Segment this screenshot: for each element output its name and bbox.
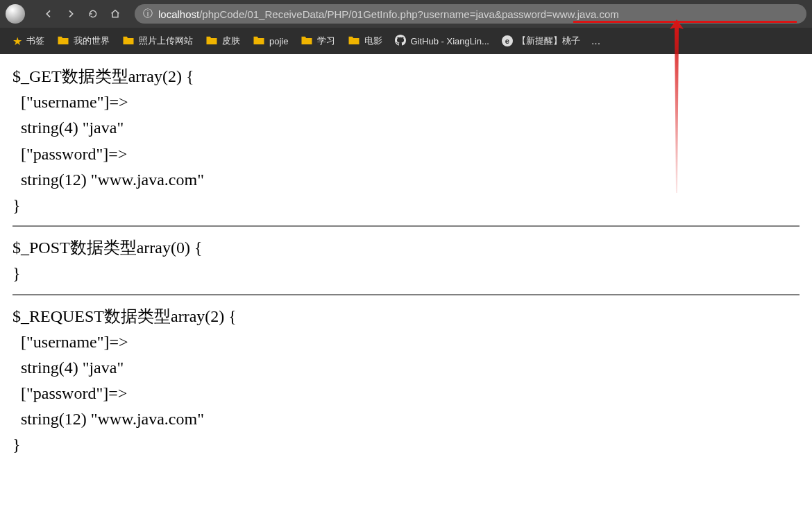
bookmark-label: 照片上传网站 — [139, 35, 193, 47]
bookmark-label: 皮肤 — [222, 35, 240, 47]
bookmark-item-github[interactable]: GitHub - XiangLin... — [389, 32, 494, 51]
site-info-icon[interactable]: ⓘ — [143, 8, 153, 20]
folder-icon — [122, 35, 135, 48]
annotation-underline — [573, 21, 797, 23]
back-button[interactable] — [42, 7, 56, 21]
bookmarks-bar: ★ 书签 我的世界 照片上传网站 皮肤 pojie 学习 电影 GitHub -… — [0, 28, 812, 54]
bookmark-label: GitHub - XiangLin... — [410, 36, 489, 46]
browser-toolbar: ⓘ localhost/phpCode/01_ReceiveData/PHP/0… — [0, 0, 812, 28]
bookmark-label: pojie — [269, 36, 288, 46]
bookmark-item-photos[interactable]: 照片上传网站 — [117, 32, 198, 51]
github-icon — [395, 35, 406, 48]
e-icon: e — [502, 35, 513, 46]
divider — [12, 225, 800, 227]
divider — [12, 294, 800, 295]
bookmark-item-notify[interactable]: e 【新提醒】桃子 — [496, 32, 586, 50]
forward-button[interactable] — [64, 7, 78, 21]
nav-buttons — [42, 7, 122, 21]
bookmark-item-study[interactable]: 学习 — [295, 32, 341, 51]
bookmark-label: 学习 — [317, 35, 335, 47]
request-dump: $_REQUEST数据类型array(2) { ["username"]=> s… — [12, 304, 800, 458]
address-bar[interactable]: ⓘ localhost/phpCode/01_ReceiveData/PHP/0… — [135, 4, 806, 24]
folder-icon — [253, 35, 265, 48]
home-button[interactable] — [108, 7, 122, 21]
bookmark-item-myworld[interactable]: 我的世界 — [51, 32, 115, 51]
url-text: localhost/phpCode/01_ReceiveData/PHP/01G… — [158, 8, 619, 20]
star-icon: ★ — [12, 35, 22, 48]
profile-avatar[interactable] — [6, 4, 25, 24]
bookmark-item-skins[interactable]: 皮肤 — [200, 32, 246, 51]
page-content: $_GET数据类型array(2) { ["username"]=> strin… — [0, 54, 812, 472]
folder-icon — [301, 35, 313, 48]
folder-icon — [205, 35, 218, 48]
bookmarks-overflow[interactable]: ... — [587, 35, 604, 47]
bookmark-label: 【新提醒】桃子 — [517, 35, 580, 47]
bookmark-item-pojie[interactable]: pojie — [247, 32, 294, 51]
folder-icon — [348, 35, 360, 48]
get-dump: $_GET数据类型array(2) { ["username"]=> strin… — [12, 64, 800, 218]
bookmark-item-movies[interactable]: 电影 — [342, 32, 388, 51]
bookmark-label: 我的世界 — [74, 35, 110, 47]
bookmark-label: 书签 — [26, 35, 44, 47]
bookmark-item-bookmarks[interactable]: ★ 书签 — [7, 32, 50, 51]
post-dump: $_POST数据类型array(0) { } — [12, 235, 800, 286]
bookmark-label: 电影 — [364, 35, 382, 47]
folder-icon — [57, 35, 69, 48]
reload-button[interactable] — [86, 7, 100, 21]
